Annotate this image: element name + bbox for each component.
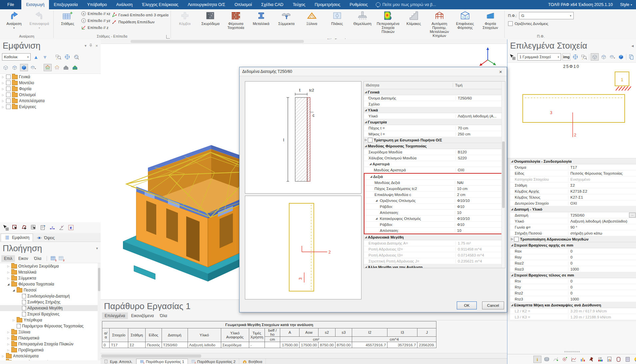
pan-icon[interactable]	[64, 54, 71, 60]
property-row[interactable]: Επιφάνεια Διατομής A=1.75 m²	[364, 240, 505, 246]
colors-icon[interactable]: CR	[597, 356, 604, 363]
column-header[interactable]: α/α	[102, 328, 110, 342]
cancel-button[interactable]: Cancel	[482, 301, 504, 309]
table-cell[interactable]: 17500.00	[300, 342, 318, 348]
property-row[interactable]: Rτz20	[510, 290, 636, 296]
ribbon-tab-9[interactable]: Τεύχος	[288, 0, 310, 9]
nav-tree-item[interactable]: ▷Υπέρθυρα	[0, 317, 101, 323]
property-row[interactable]: Κατηγορία ΣτοιχείουΕνισχυμένο	[510, 176, 636, 182]
properties-icon[interactable]	[39, 224, 47, 231]
select-add-icon[interactable]	[2, 224, 9, 231]
nav-scrollbar[interactable]	[98, 263, 101, 360]
table-cell[interactable]: 45572916.7	[352, 342, 387, 348]
property-row[interactable]: ◢Οριζόντιος ΟπλισμόςΦ10/10	[364, 198, 504, 204]
move-up-icon[interactable]: ▲	[32, 54, 40, 60]
pf-select[interactable]: G▾	[519, 12, 574, 19]
cube-hidden-icon[interactable]	[11, 64, 18, 71]
expander-icon[interactable]: ▷	[1, 82, 5, 85]
visibility-checkbox[interactable]	[6, 98, 11, 103]
ribbon-button-steel[interactable]: Μεταλλικά	[249, 9, 274, 26]
ribbon-small-button[interactable]: Γενικό Επίπεδο από 3 σημεία	[112, 12, 168, 18]
nav-tree-item[interactable]: ▷Σύμμεικτα	[0, 275, 101, 281]
expander-icon[interactable]: ◢	[12, 289, 15, 292]
property-row[interactable]: Πάχος Σκυροδέματος tc210 cm	[364, 186, 504, 192]
visibility-checkbox[interactable]	[6, 104, 11, 109]
cube-wire-icon[interactable]	[591, 53, 599, 61]
property-row[interactable]: Επικάλυψη Μανδύα c2 cm	[364, 192, 504, 198]
display-tree-item[interactable]: ▷Οπλισμοί	[0, 92, 101, 98]
tab-file[interactable]: File	[0, 0, 21, 9]
ribbon-tab-2[interactable]: Επεξεργασία	[49, 0, 82, 9]
ribbon-tab-3[interactable]: Υπόβαθρο	[82, 0, 111, 9]
option-checkbox[interactable]	[514, 237, 519, 242]
ribbon-button-node-add[interactable]: Κόμβοι	[172, 9, 198, 26]
report-icon[interactable]	[606, 356, 613, 363]
edit-button[interactable]: ...	[629, 213, 636, 218]
panel-tab-item[interactable]: Όψεις	[33, 234, 58, 242]
property-row[interactable]: Κόμβος ΤέλουςK27-Σ1	[510, 194, 636, 200]
ribbon-tab-11[interactable]: Ρυθμίσεις	[345, 0, 372, 9]
grid-scrollbar[interactable]	[507, 158, 510, 321]
chart-add-icon[interactable]	[552, 356, 559, 363]
ribbon-tab-5[interactable]: Έλεγχος Επάρκειας	[137, 0, 183, 9]
expander-icon[interactable]: ▷	[7, 271, 10, 274]
work-window-1-icon[interactable]: 1	[50, 255, 57, 262]
table-cell[interactable]: 8750.00	[318, 342, 335, 348]
info-icon[interactable]: i	[533, 356, 541, 363]
pin-icon[interactable]	[588, 356, 595, 363]
ribbon-tab-7[interactable]: Οπλισμοί	[230, 0, 257, 9]
property-row[interactable]: ◢Υλικά	[364, 107, 505, 113]
display-tree-item[interactable]: ▷Γενικά	[0, 74, 101, 80]
panel-subtab[interactable]: Εικον	[16, 255, 31, 262]
property-row[interactable]: ◢Κατακόρυφος ΟπλισμόςΦ10/10	[364, 216, 504, 222]
property-row[interactable]: Rαz31000	[510, 266, 636, 272]
work-window-2-icon[interactable]: 2	[58, 255, 65, 262]
property-row[interactable]: ▷Τροποποίηση Αδρανειακών Μεγεθών	[510, 236, 636, 242]
property-row[interactable]: ◢Άλλα Μεγέθη για την Ανάλυση	[364, 264, 505, 268]
select-poly-icon[interactable]	[21, 224, 28, 231]
chevron-down-icon[interactable]: ▾	[96, 246, 98, 251]
property-row[interactable]: ◢Γεωμετρία	[364, 119, 505, 125]
window-tab-home[interactable]: Βοήθεια	[239, 359, 266, 364]
window-tab-grid2[interactable]: 2Παράθυρο Εργασίας 2	[188, 359, 239, 364]
column-header[interactable]: Asw	[300, 328, 318, 337]
property-row[interactable]: Rαy0	[510, 254, 636, 260]
property-row[interactable]: ◢θέσεις Ελέγχου Πεσσού	[510, 320, 636, 321]
zoom-previous-icon[interactable]	[73, 54, 80, 60]
property-row[interactable]: Σχόλιο	[364, 101, 505, 107]
panel-subtab[interactable]: Όλα	[157, 312, 170, 319]
nav-tree-item[interactable]: ▷Αποτελέσματα	[0, 353, 101, 359]
cube-solid-icon[interactable]	[617, 54, 625, 60]
table-cell[interactable]: 0	[102, 342, 110, 348]
column-header[interactable]: I3	[387, 328, 417, 337]
table-cell[interactable]: 17500.00	[280, 342, 300, 348]
window-tab-doc[interactable]: Εμφ. Αποτελ.	[101, 359, 136, 364]
property-row[interactable]: ◢Μανδύας Φέρουσας Τοιχοποιίας	[364, 143, 505, 149]
nav-tree-item[interactable]: ▷Μεταλλικά	[0, 269, 101, 275]
nav-tree-item[interactable]: ▷Πλασματικά	[0, 335, 101, 341]
panel-subtab[interactable]: Όλα	[31, 255, 44, 262]
expander-icon[interactable]: ▷	[1, 99, 5, 102]
ribbon-button-concrete[interactable]: Σκυρόδεμα	[198, 9, 223, 26]
table-cell[interactable]: 8750.00	[335, 342, 352, 348]
ribbon-small-button[interactable]: ΑΕπίπεδο // xz	[81, 11, 110, 17]
property-row[interactable]: ΥλικόΛαξευτή λιθοδομή (Ασβεστόλιθοι)	[510, 218, 636, 224]
dialog-title-bar[interactable]: Δεδομένα Διατομής Τ250/60 ×	[240, 67, 507, 76]
ribbon-tab-6[interactable]: Λειτουργικότητα Ο/Σ	[183, 0, 230, 9]
panel-subtab[interactable]: Επιλεγμένα	[102, 312, 128, 319]
nav-tree-item[interactable]: ▷Οπλισμένο Σκυρόδεμα	[0, 263, 101, 269]
property-row[interactable]: ◢Αδρανειακά Μεγέθη	[364, 234, 505, 240]
ribbon-button-slab[interactable]: Πλάκες	[324, 9, 350, 26]
property-row[interactable]: L3 / K3 =1.20 m / 12188.9 kN/cm	[510, 314, 636, 320]
property-row[interactable]: Μανδύας ΑριστεράΟΧΙ	[364, 167, 505, 173]
nav-tree-item[interactable]: Στερεοί Βραχίονες	[0, 311, 101, 317]
cube-solid-icon[interactable]	[20, 64, 28, 71]
display-tree-item[interactable]: ▷Φορτία	[0, 86, 101, 92]
table-cell[interactable]: T17	[110, 342, 128, 348]
close-icon[interactable]: ×	[497, 69, 504, 75]
column-header[interactable]: s3	[335, 328, 352, 337]
visibility-checkbox[interactable]	[6, 87, 11, 91]
column-header[interactable]: J	[417, 328, 436, 337]
model-view-icon[interactable]	[44, 64, 52, 71]
option-checkbox[interactable]	[368, 138, 372, 142]
